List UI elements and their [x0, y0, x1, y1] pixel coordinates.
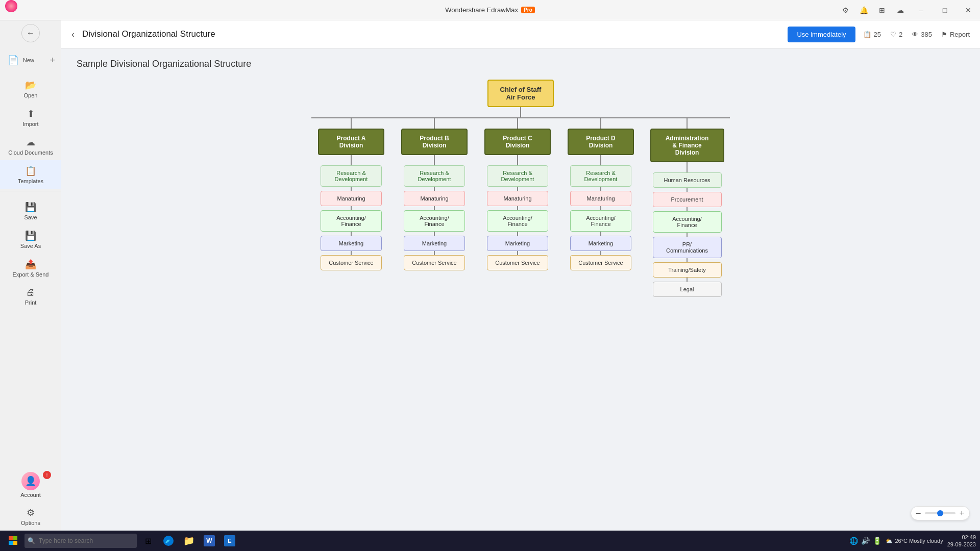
taskbar-app-edraw[interactable]: E	[220, 532, 239, 550]
new-plus-icon: +	[50, 55, 55, 66]
sidebar-item-cloud[interactable]: ☁ Cloud Documents	[0, 132, 61, 160]
use-immediately-button[interactable]: Use immediately	[788, 27, 855, 42]
column-product-c: Product CDivision Research &Development …	[480, 118, 555, 270]
save-label: Save	[24, 214, 37, 220]
share-icon[interactable]: ⊞	[873, 0, 891, 20]
main-area: ‹ Divisional Organizational Structure Us…	[61, 20, 980, 531]
app-title-text: Wondershare EdrawMax	[445, 6, 518, 14]
chief-line2: Air Force	[499, 93, 543, 101]
notification-icon[interactable]: 🔔	[854, 0, 873, 20]
eye-icon: 👁	[912, 31, 918, 38]
sub-procurement: Procurement	[653, 192, 722, 207]
sub-accounting-c: Accounting/Finance	[487, 210, 548, 232]
taskbar-time: 02:49 29-09-2023	[947, 534, 976, 548]
sidebar-item-import[interactable]: ⬆ Import	[0, 103, 61, 132]
diagram-area[interactable]: Sample Divisional Organizational Structu…	[61, 48, 980, 531]
account-label: Account	[20, 492, 41, 498]
sub-training: Training/Safety	[653, 262, 722, 278]
sidebar-item-export[interactable]: 📤 Export & Send	[0, 254, 61, 282]
sidebar-item-print[interactable]: 🖨 Print	[0, 282, 61, 311]
sidebar-item-saveas[interactable]: 💾 Save As	[0, 225, 61, 254]
org-chart: Chief of Staff Air Force Product ADivisi…	[77, 80, 965, 297]
copy-icon: 📋	[863, 31, 871, 38]
sub-marketing-c: Marketing	[487, 236, 548, 251]
sidebar-item-account[interactable]: 👤 ! Account	[0, 468, 61, 502]
sidebar-item-save[interactable]: 💾 Save	[0, 196, 61, 225]
sub-research-b: Research &Development	[404, 165, 465, 187]
network-icon: 🌐	[849, 537, 858, 545]
likes-count: 2	[899, 31, 902, 38]
settings-icon[interactable]: ⚙	[836, 0, 854, 20]
zoom-controls: – +	[911, 506, 970, 520]
flag-icon: ⚑	[941, 31, 947, 38]
cloud-label: Cloud Documents	[8, 149, 53, 156]
taskbar-app-task-view[interactable]: ⊞	[139, 532, 157, 550]
open-label: Open	[24, 92, 38, 98]
title-bar: Wondershare EdrawMax Pro ⚙ 🔔 ⊞ ☁ – □ ✕	[0, 0, 980, 20]
taskbar-search-wrap[interactable]: 🔍	[24, 534, 137, 548]
sub-manufacturing-c: Manaturing	[487, 191, 548, 206]
division-product-a: Product ADivision	[318, 129, 384, 155]
page-back-arrow[interactable]: ‹	[71, 29, 75, 40]
division-product-d: Product DDivision	[568, 129, 634, 155]
start-button[interactable]	[4, 532, 22, 550]
report-button[interactable]: ⚑ Report	[941, 31, 970, 38]
print-label: Print	[25, 299, 37, 306]
sub-customer-d: Customer Service	[570, 255, 631, 270]
cloud-sync-icon[interactable]: ☁	[891, 0, 910, 20]
sub-customer-a: Customer Service	[321, 255, 382, 270]
taskbar-sys-icons: 🌐 🔊 🔋	[849, 537, 881, 545]
print-icon: 🖨	[26, 287, 35, 298]
sub-marketing-a: Marketing	[321, 236, 382, 251]
svg-rect-1	[13, 536, 17, 540]
views-count: 385	[921, 31, 932, 38]
sidebar-item-new[interactable]: 📄 New +	[0, 46, 61, 74]
sidebar-bottom: 👤 ! Account ⚙ Options	[0, 468, 61, 531]
zoom-out-button[interactable]: –	[916, 509, 921, 518]
column-product-d: Product DDivision Research &Development …	[563, 118, 639, 270]
close-button[interactable]: ✕	[957, 0, 980, 20]
import-label: Import	[22, 121, 38, 127]
pro-badge: Pro	[521, 7, 535, 13]
taskbar-app-explorer[interactable]: 📁	[180, 532, 198, 550]
svg-rect-0	[9, 536, 13, 540]
chief-connector-down	[520, 107, 521, 117]
saveas-icon: 💾	[25, 230, 36, 241]
edraw-icon: E	[224, 535, 235, 546]
sidebar-item-templates[interactable]: 📋 Templates	[0, 160, 61, 189]
export-label: Export & Send	[13, 271, 49, 278]
sub-accounting-b: Accounting/Finance	[404, 210, 465, 232]
zoom-slider[interactable]	[925, 512, 955, 514]
open-icon: 📂	[25, 80, 36, 91]
sub-research-c: Research &Development	[487, 165, 548, 187]
svg-rect-2	[9, 541, 13, 545]
svg-rect-3	[13, 541, 17, 545]
sidebar-item-open[interactable]: 📂 Open	[0, 74, 61, 103]
title-bar-title: Wondershare EdrawMax Pro	[445, 6, 535, 14]
sub-manufacturing-b: Manaturing	[404, 191, 465, 206]
taskbar-right: 🌐 🔊 🔋 ⛅ 26°C Mostly cloudy 02:49 29-09-2…	[849, 534, 976, 548]
edge-icon	[163, 535, 174, 546]
title-bar-left	[0, 0, 22, 12]
sub-marketing-b: Marketing	[404, 236, 465, 251]
taskbar-weather: ⛅ 26°C Mostly cloudy	[886, 538, 943, 544]
speaker-icon: 🔊	[861, 537, 870, 545]
copies-count: 25	[874, 31, 881, 38]
sidebar-back-button[interactable]: ←	[0, 20, 61, 46]
column-admin: Administration& FinanceDivision Human Re…	[646, 118, 728, 297]
minimize-button[interactable]: –	[910, 0, 933, 20]
zoom-in-button[interactable]: +	[960, 509, 964, 518]
maximize-button[interactable]: □	[933, 0, 957, 20]
div-a-connector-down	[351, 155, 352, 165]
zoom-thumb[interactable]	[937, 510, 943, 516]
sidebar-item-options[interactable]: ⚙ Options	[0, 502, 61, 531]
cloud-icon: ☁	[26, 137, 35, 148]
taskbar-search-input[interactable]	[24, 534, 137, 548]
back-arrow-icon: ←	[21, 24, 40, 42]
taskbar-app-word[interactable]: W	[200, 532, 218, 550]
options-gear-icon: ⚙	[27, 507, 35, 518]
page-header: ‹ Divisional Organizational Structure Us…	[61, 20, 980, 48]
taskbar-app-edge[interactable]	[159, 532, 178, 550]
heart-icon: ♡	[890, 31, 896, 38]
import-icon: ⬆	[27, 108, 35, 119]
